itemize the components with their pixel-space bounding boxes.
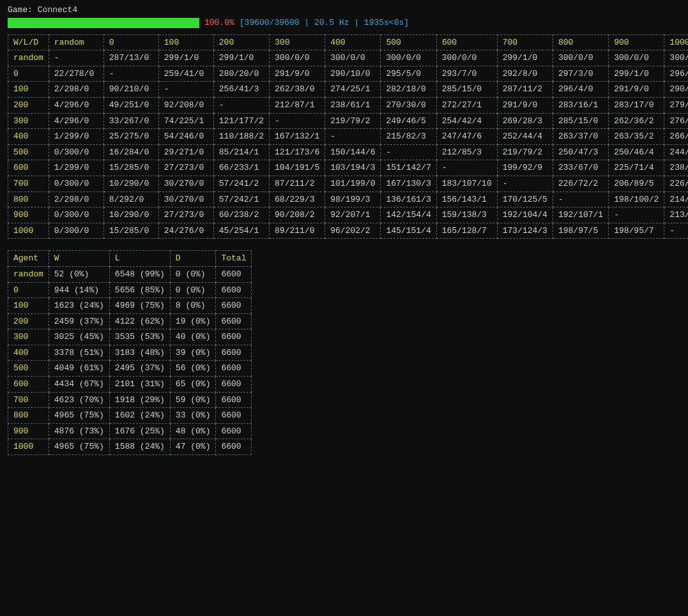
- matrix-cell: -: [270, 113, 325, 129]
- matrix-cell: 74/225/1: [158, 113, 213, 129]
- summary-row-header: random: [8, 266, 49, 282]
- matrix-cell: 287/13/0: [103, 50, 158, 66]
- summary-col-header: D: [170, 251, 216, 267]
- matrix-cell: 57/242/1: [213, 192, 269, 207]
- matrix-cell: 33/267/0: [103, 113, 158, 129]
- summary-row-header: 200: [8, 313, 49, 329]
- summary-cell: 6600: [216, 361, 252, 377]
- matrix-cell: 68/229/3: [270, 192, 325, 207]
- matrix-cell: 121/173/6: [270, 144, 325, 160]
- matrix-cell: 225/71/4: [609, 160, 664, 176]
- table-row: random52 (0%)6548 (99%)0 (0%)6600: [8, 266, 252, 282]
- matrix-cell: 259/41/0: [158, 66, 213, 82]
- table-row: 2002459 (37%)4122 (62%)19 (0%)6600: [8, 313, 252, 329]
- summary-cell: 6600: [216, 439, 252, 455]
- matrix-cell: 252/44/4: [497, 129, 553, 145]
- summary-row-header: 300: [8, 329, 49, 345]
- matrix-cell: 92/208/0: [158, 97, 213, 113]
- matrix-cell: -: [49, 50, 103, 66]
- matrix-cell: -: [158, 82, 213, 98]
- matrix-cell: 92/207/1: [325, 207, 381, 223]
- summary-cell: 19 (0%): [170, 313, 216, 329]
- table-row: 3004/296/033/267/074/225/1121/177/2-219/…: [8, 113, 689, 129]
- matrix-cell: 10/290/0: [103, 176, 158, 192]
- matrix-cell: 206/89/5: [609, 176, 664, 192]
- summary-cell: 56 (0%): [170, 361, 216, 377]
- table-row: 7004623 (70%)1918 (29%)59 (0%)6600: [8, 392, 252, 408]
- summary-cell: 1918 (29%): [109, 392, 170, 408]
- progress-line: 100.0% [39600/39600 | 20.5 Hz | 1935s<0s…: [8, 18, 680, 28]
- matrix-cell: 300/0/0: [609, 50, 664, 66]
- summary-row-header: 1000: [8, 439, 49, 455]
- summary-cell: 4969 (75%): [109, 298, 170, 314]
- summary-row-header: 0: [8, 282, 49, 298]
- matrix-cell: 25/275/0: [103, 129, 158, 145]
- summary-cell: 3378 (51%): [49, 345, 109, 361]
- matrix-cell: 256/41/3: [213, 82, 269, 98]
- matrix-cell: 87/211/2: [270, 176, 325, 192]
- matrix-cell: -: [497, 176, 553, 192]
- matrix-cell: 266/32/2: [664, 129, 688, 145]
- matrix-cell: 247/47/6: [436, 129, 497, 145]
- summary-col-header: L: [109, 251, 170, 267]
- matrix-cell: 60/238/2: [213, 207, 269, 223]
- matrix-cell: 54/246/0: [158, 129, 213, 145]
- matrix-cell: 291/9/0: [497, 97, 553, 113]
- matrix-row-header: 100: [8, 82, 49, 98]
- matrix-cell: 2/298/0: [49, 192, 103, 207]
- progress-info: [39600/39600 | 20.5 Hz | 1935s<0s]: [240, 18, 409, 28]
- summary-cell: 6600: [216, 345, 252, 361]
- table-row: 4003378 (51%)3183 (48%)39 (0%)6600: [8, 345, 252, 361]
- matrix-cell: 156/143/1: [436, 192, 497, 207]
- matrix-row-header: 300: [8, 113, 49, 129]
- summary-cell: 65 (0%): [170, 377, 216, 393]
- matrix-cell: 98/199/3: [325, 192, 381, 207]
- matrix-cell: 226/71/3: [664, 176, 688, 192]
- matrix-cell: 30/270/0: [158, 176, 213, 192]
- matrix-cell: 199/92/9: [497, 160, 553, 176]
- matrix-cell: -: [436, 160, 497, 176]
- matrix-cell: 250/47/3: [553, 144, 608, 160]
- matrix-cell: 90/208/2: [270, 207, 325, 223]
- matrix-cell: 244/54/2: [664, 144, 688, 160]
- summary-cell: 6600: [216, 392, 252, 408]
- matrix-cell: 296/4/0: [664, 66, 688, 82]
- summary-row-header: 600: [8, 377, 49, 393]
- table-row: 8002/298/08/292/030/270/057/242/168/229/…: [8, 192, 689, 207]
- matrix-col-header: 100: [158, 34, 213, 50]
- matrix-col-header: 500: [381, 34, 436, 50]
- summary-cell: 52 (0%): [49, 266, 109, 282]
- summary-cell: 1588 (24%): [109, 439, 170, 455]
- matrix-cell: 4/296/0: [49, 97, 103, 113]
- summary-cell: 4876 (73%): [49, 423, 109, 439]
- matrix-cell: 270/30/0: [381, 97, 436, 113]
- summary-col-header: Total: [216, 251, 252, 267]
- matrix-cell: 167/132/1: [270, 129, 325, 145]
- matrix-col-header: 1000: [664, 34, 688, 50]
- matrix-cell: 219/79/2: [325, 113, 381, 129]
- matrix-row-header: 0: [8, 66, 49, 82]
- matrix-cell: 170/125/5: [497, 192, 553, 207]
- matrix-col-header: 200: [213, 34, 269, 50]
- matrix-cell: 0/300/0: [49, 144, 103, 160]
- matrix-row-header: 700: [8, 176, 49, 192]
- summary-cell: 8 (0%): [170, 298, 216, 314]
- matrix-cell: 233/67/0: [553, 160, 608, 176]
- matrix-cell: 269/28/3: [497, 113, 553, 129]
- matrix-cell: 300/0/0: [436, 50, 497, 66]
- matrix-cell: -: [213, 97, 269, 113]
- summary-cell: 6600: [216, 298, 252, 314]
- matrix-cell: -: [103, 66, 158, 82]
- matrix-cell: 159/138/3: [436, 207, 497, 223]
- progress-bar: [8, 18, 199, 28]
- matrix-cell: 280/20/0: [213, 66, 269, 82]
- matrix-cell: 215/82/3: [381, 129, 436, 145]
- summary-col-header: Agent: [8, 251, 49, 267]
- summary-cell: 6600: [216, 282, 252, 298]
- matrix-cell: 297/3/0: [553, 66, 608, 82]
- table-row: 10004965 (75%)1588 (24%)47 (0%)6600: [8, 439, 252, 455]
- matrix-cell: 262/38/0: [270, 82, 325, 98]
- table-row: 10000/300/015/285/024/276/045/254/189/21…: [8, 223, 689, 239]
- matrix-cell: 282/18/0: [381, 82, 436, 98]
- matrix-col-header: 900: [609, 34, 664, 50]
